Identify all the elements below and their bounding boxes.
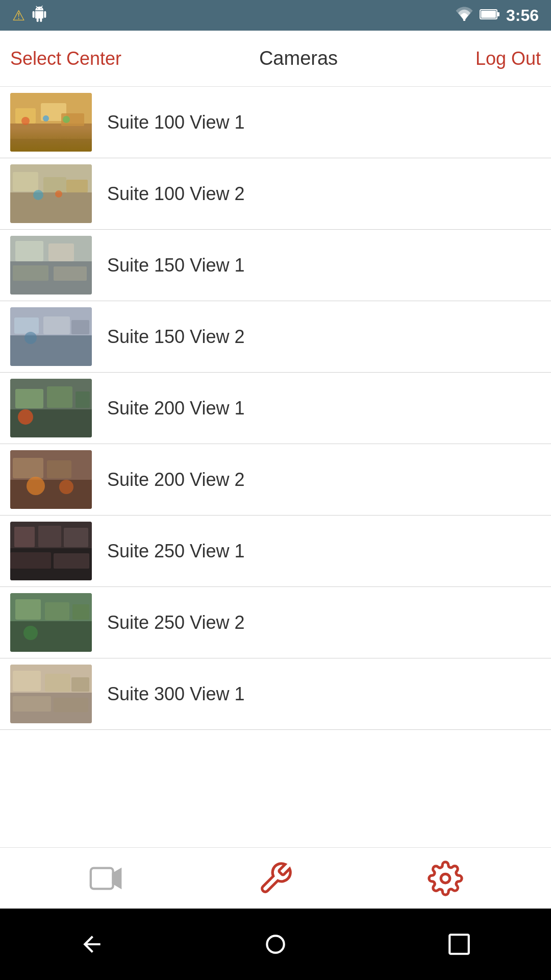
svg-rect-68 xyxy=(449,935,469,954)
svg-rect-30 xyxy=(71,320,89,334)
svg-rect-16 xyxy=(43,177,66,192)
camera-label: Suite 250 View 1 xyxy=(107,541,245,562)
svg-rect-48 xyxy=(64,528,88,547)
logout-button[interactable]: Log Out xyxy=(475,48,541,69)
svg-rect-49 xyxy=(10,552,51,569)
svg-rect-36 xyxy=(76,391,90,408)
camera-label: Suite 200 View 1 xyxy=(107,398,245,419)
svg-rect-59 xyxy=(13,671,41,691)
svg-rect-50 xyxy=(54,553,89,569)
svg-point-9 xyxy=(21,117,30,125)
svg-point-67 xyxy=(267,936,284,952)
camera-thumbnail xyxy=(10,379,92,437)
camera-list-item[interactable]: Suite 150 View 1 xyxy=(0,230,551,301)
svg-marker-65 xyxy=(113,869,120,887)
svg-point-56 xyxy=(23,626,38,640)
settings-tab[interactable] xyxy=(394,858,496,899)
svg-rect-15 xyxy=(13,172,38,191)
header: Select Center Cameras Log Out xyxy=(0,31,551,87)
camera-thumbnail xyxy=(10,665,92,723)
svg-rect-27 xyxy=(10,335,92,366)
camera-label: Suite 250 View 2 xyxy=(107,612,245,633)
svg-point-43 xyxy=(59,480,73,494)
svg-rect-61 xyxy=(71,677,89,692)
svg-rect-64 xyxy=(90,868,113,889)
wrench-tab[interactable] xyxy=(224,858,327,899)
svg-rect-40 xyxy=(13,458,43,478)
svg-rect-14 xyxy=(10,192,92,223)
camera-label: Suite 300 View 1 xyxy=(107,683,245,705)
svg-rect-12 xyxy=(10,139,92,152)
svg-rect-22 xyxy=(15,241,43,261)
svg-rect-63 xyxy=(54,698,88,712)
wifi-icon xyxy=(455,7,473,24)
camera-thumbnail xyxy=(10,236,92,295)
select-center-button[interactable]: Select Center xyxy=(10,48,121,69)
camera-thumbnail xyxy=(10,522,92,580)
nav-recents-button[interactable] xyxy=(434,924,485,965)
android-icon xyxy=(31,6,47,26)
svg-rect-25 xyxy=(54,266,87,281)
svg-rect-47 xyxy=(38,526,61,547)
svg-rect-41 xyxy=(47,460,71,478)
nav-back-button[interactable] xyxy=(66,924,117,965)
camera-thumbnail xyxy=(10,164,92,223)
svg-rect-52 xyxy=(10,621,92,652)
camera-label: Suite 100 View 1 xyxy=(107,112,245,133)
svg-point-11 xyxy=(63,116,70,123)
status-bar-right: 3:56 xyxy=(455,6,539,25)
svg-rect-24 xyxy=(13,265,48,281)
camera-label: Suite 100 View 2 xyxy=(107,183,245,205)
svg-rect-34 xyxy=(15,389,43,408)
svg-rect-35 xyxy=(47,386,72,408)
status-bar-left: ⚠ xyxy=(12,6,47,26)
status-bar: ⚠ 3:56 xyxy=(0,0,551,31)
svg-rect-29 xyxy=(43,316,70,334)
svg-point-66 xyxy=(441,874,450,883)
svg-rect-28 xyxy=(14,317,39,334)
android-nav-bar xyxy=(0,909,551,980)
svg-rect-53 xyxy=(15,599,41,620)
page-title: Cameras xyxy=(259,47,338,69)
svg-rect-39 xyxy=(10,480,92,509)
video-tab[interactable] xyxy=(55,858,157,899)
svg-rect-5 xyxy=(10,124,92,152)
camera-label: Suite 150 View 1 xyxy=(107,255,245,276)
svg-rect-62 xyxy=(13,696,51,712)
camera-list-item[interactable]: Suite 200 View 2 xyxy=(0,444,551,516)
svg-rect-60 xyxy=(45,674,70,692)
svg-point-19 xyxy=(55,190,62,198)
camera-thumbnail xyxy=(10,93,92,152)
svg-rect-55 xyxy=(72,604,89,620)
camera-thumbnail xyxy=(10,450,92,509)
nav-home-button[interactable] xyxy=(250,924,301,965)
camera-list-item[interactable]: Suite 200 View 1 xyxy=(0,373,551,444)
camera-list-item[interactable]: Suite 100 View 1 xyxy=(0,87,551,158)
svg-rect-17 xyxy=(66,180,88,192)
camera-thumbnail xyxy=(10,307,92,366)
svg-point-37 xyxy=(18,409,33,425)
svg-rect-23 xyxy=(48,243,74,261)
svg-rect-3 xyxy=(481,11,496,18)
camera-label: Suite 150 View 2 xyxy=(107,326,245,348)
warning-icon: ⚠ xyxy=(12,7,25,24)
bottom-tab-bar xyxy=(0,847,551,909)
camera-list: Suite 100 View 1 Suite 100 View 2 Suite … xyxy=(0,87,551,919)
svg-rect-2 xyxy=(497,12,499,16)
camera-list-item[interactable]: Suite 150 View 2 xyxy=(0,301,551,373)
camera-list-item[interactable]: Suite 250 View 2 xyxy=(0,587,551,658)
camera-list-item[interactable]: Suite 300 View 1 xyxy=(0,658,551,730)
svg-point-10 xyxy=(43,115,49,121)
svg-point-18 xyxy=(33,190,43,200)
camera-list-item[interactable]: Suite 100 View 2 xyxy=(0,158,551,230)
svg-point-42 xyxy=(27,477,45,495)
camera-label: Suite 200 View 2 xyxy=(107,469,245,491)
svg-point-31 xyxy=(24,332,37,344)
camera-list-item[interactable]: Suite 250 View 1 xyxy=(0,516,551,587)
camera-thumbnail xyxy=(10,593,92,652)
svg-rect-54 xyxy=(45,602,69,620)
svg-rect-46 xyxy=(14,527,35,547)
battery-icon xyxy=(480,7,500,23)
time-display: 3:56 xyxy=(506,6,539,25)
